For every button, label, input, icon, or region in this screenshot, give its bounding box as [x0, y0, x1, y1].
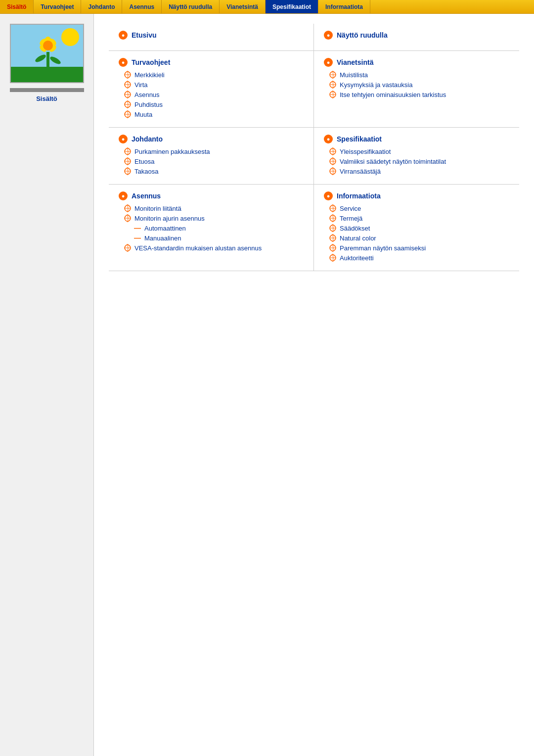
section-johdanto: ● Johdanto Purkaminen pakkauksesta Etuos… [109, 128, 314, 185]
takaosa-label: Takaosa [134, 168, 158, 175]
menu-service[interactable]: Service [329, 204, 514, 212]
section-turvaohjeet: ● Turvaohjeet Merkkikieli Virta [109, 51, 314, 128]
etusivu-icon: ● [119, 31, 128, 40]
asennus-section-icon: ● [119, 191, 128, 200]
menu-termeja[interactable]: Termejä [329, 214, 514, 222]
svg-point-10 [43, 41, 53, 50]
sections-grid: ● Etusivu ● Näyttö ruudulla ● Turvaohjee… [109, 24, 519, 271]
virransaastaja-icon [329, 167, 337, 175]
spesifikaatiot-label[interactable]: Spesifikaatiot [337, 135, 382, 143]
svg-point-2 [61, 28, 79, 46]
menu-natural-color[interactable]: Natural color [329, 234, 514, 242]
kysymyksia-label: Kysymyksiä ja vastauksia [340, 81, 412, 89]
asennus-label-turv: Asennus [134, 91, 160, 98]
naytto-label[interactable]: Näyttö ruudulla [337, 31, 388, 39]
muuta-icon [124, 110, 132, 118]
virta-label: Virta [134, 81, 148, 89]
purkaminen-icon [124, 147, 132, 155]
menu-auktoriteetti[interactable]: Auktoriteetti [329, 254, 514, 262]
menu-merkkikieli[interactable]: Merkkikieli [124, 71, 309, 79]
svg-rect-3 [46, 52, 49, 69]
menu-saadokset[interactable]: Säädökset [329, 224, 514, 232]
turvaohjeet-label[interactable]: Turvaohjeet [132, 58, 170, 66]
informaatiota-label[interactable]: Informaatiota [337, 192, 381, 200]
naytto-icon: ● [324, 31, 333, 40]
section-header-spesifikaatiot: ● Spesifikaatiot [324, 135, 514, 143]
manuaalinen-dash-icon: — [134, 234, 141, 242]
menu-yleisspesifikaatiot[interactable]: Yleisspesifikaatiot [329, 147, 514, 155]
section-informaatiota: ● Informaatiota Service Termejä [314, 185, 519, 271]
automaattinen-dash-icon: — [134, 224, 141, 232]
menu-monitorin-ajurin[interactable]: Monitorin ajurin asennus [124, 214, 309, 222]
section-header-johdanto: ● Johdanto [119, 135, 309, 143]
nav-item-naytto-ruudulla[interactable]: Näyttö ruudulla [162, 0, 220, 13]
auktoriteetti-icon [329, 254, 337, 262]
etuosa-label: Etuosa [134, 158, 154, 165]
main-content: ● Etusivu ● Näyttö ruudulla ● Turvaohjee… [94, 14, 534, 756]
saadokset-label: Säädökset [340, 225, 370, 232]
service-icon [329, 204, 337, 212]
sidebar-image [10, 24, 84, 83]
section-etusivu: ● Etusivu [109, 24, 314, 51]
menu-valmiiksi[interactable]: Valmiiksi säädetyt näytön toimintatilat [329, 157, 514, 165]
section-header-asennus: ● Asennus [119, 191, 309, 200]
muuta-label: Muuta [134, 111, 152, 118]
takaosa-icon [124, 167, 132, 175]
nav-item-vianetsinta[interactable]: Vianetsintä [220, 0, 266, 13]
menu-etuosa[interactable]: Etuosa [124, 157, 309, 165]
natural-color-icon [329, 234, 337, 242]
menu-virta[interactable]: Virta [124, 81, 309, 89]
menu-paremman-naytonlaheisyys[interactable]: Paremman näytön saamiseksi [329, 244, 514, 252]
vesa-label: VESA-standardin mukaisen alustan asennus [134, 244, 262, 252]
main-layout: Sisältö ● Etusivu ● Näyttö ruudulla ● [0, 14, 534, 756]
section-header-etusivu: ● Etusivu [119, 31, 309, 40]
menu-muuta[interactable]: Muuta [124, 110, 309, 118]
menu-asennus[interactable]: Asennus [124, 91, 309, 98]
menu-takaosa[interactable]: Takaosa [124, 167, 309, 175]
nav-item-asennus[interactable]: Asennus [122, 0, 162, 13]
menu-monitorin-liitanta[interactable]: Monitorin liitäntä [124, 204, 309, 212]
menu-virransaastaja[interactable]: Virransäästäjä [329, 167, 514, 175]
sidebar: Sisältö [0, 14, 94, 756]
section-header-informaatiota: ● Informaatiota [324, 191, 514, 200]
menu-vesa-standardin[interactable]: VESA-standardin mukaisen alustan asennus [124, 244, 309, 252]
nav-item-spesifikaatiot[interactable]: Spesifikaatiot [266, 0, 318, 13]
menu-automaattinen[interactable]: — Automaattinen [134, 224, 309, 232]
muistilista-label: Muistilista [340, 71, 368, 79]
vianetsinta-label[interactable]: Vianetsintä [337, 58, 373, 66]
natural-color-label: Natural color [340, 235, 376, 242]
valmiiksi-icon [329, 157, 337, 165]
menu-itse-tehtyjen[interactable]: Itse tehtyjen ominaisuuksien tarkistus [329, 91, 514, 98]
merkkikieli-label: Merkkikieli [134, 71, 165, 79]
monitorin-ajurin-label: Monitorin ajurin asennus [134, 215, 205, 222]
vesa-icon [124, 244, 132, 252]
monitorin-ajurin-icon [124, 214, 132, 222]
top-navigation: Sisältö Turvaohjeet Johdanto Asennus Näy… [0, 0, 534, 14]
menu-kysymyksia[interactable]: Kysymyksiä ja vastauksia [329, 81, 514, 89]
yleisspesifikaatiot-icon [329, 147, 337, 155]
paremman-icon [329, 244, 337, 252]
nav-item-turvaohjeet[interactable]: Turvaohjeet [34, 0, 81, 13]
menu-purkaminen[interactable]: Purkaminen pakkauksesta [124, 147, 309, 155]
nav-item-johdanto[interactable]: Johdanto [81, 0, 122, 13]
valmiiksi-label: Valmiiksi säädetyt näytön toimintatilat [340, 158, 446, 165]
saadokset-icon [329, 224, 337, 232]
service-label: Service [340, 205, 361, 212]
menu-puhdistus[interactable]: Puhdistus [124, 100, 309, 108]
etusivu-label[interactable]: Etusivu [132, 31, 157, 39]
merkkikieli-icon [124, 71, 132, 79]
section-header-naytto: ● Näyttö ruudulla [324, 31, 514, 40]
kysymyksia-icon [329, 81, 337, 89]
section-header-turvaohjeet: ● Turvaohjeet [119, 58, 309, 67]
paremman-label: Paremman näytön saamiseksi [340, 244, 426, 252]
puhdistus-label: Puhdistus [134, 101, 163, 108]
nav-item-sisalto[interactable]: Sisältö [0, 0, 34, 13]
asennus-section-label[interactable]: Asennus [132, 192, 161, 200]
menu-manuaalinen[interactable]: — Manuaalinen [134, 234, 309, 242]
johdanto-label[interactable]: Johdanto [132, 135, 163, 143]
itse-tehtyjen-icon [329, 91, 337, 98]
sidebar-bottom-bar [10, 88, 84, 92]
menu-muistilista[interactable]: Muistilista [329, 71, 514, 79]
nav-item-informaatiota[interactable]: Informaatiota [318, 0, 370, 13]
termeja-label: Termejä [340, 215, 362, 222]
